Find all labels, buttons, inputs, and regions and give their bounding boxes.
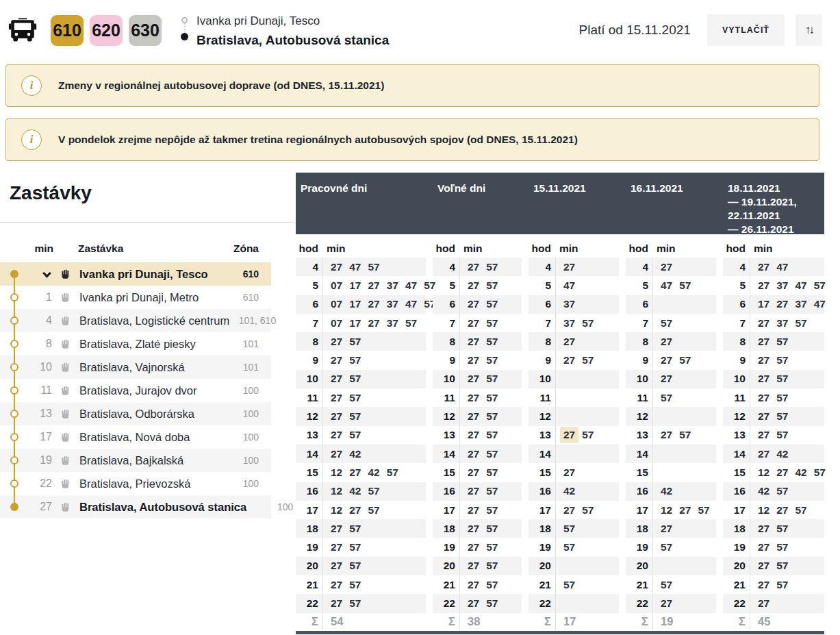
departure-time[interactable]: 27 — [776, 298, 788, 310]
departure-time[interactable]: 27 — [468, 279, 479, 292]
stop-row[interactable]: 17Bratislava, Nová doba100 — [0, 425, 271, 449]
departure-time[interactable]: 57 — [349, 579, 361, 591]
departure-time[interactable]: 47 — [776, 261, 788, 273]
departure-time[interactable]: 12 — [331, 504, 342, 516]
departure-time[interactable]: 12 — [331, 485, 342, 497]
departure-time[interactable]: 27 — [758, 448, 769, 460]
departure-time[interactable]: 57 — [486, 579, 498, 591]
departure-time[interactable]: 57 — [796, 504, 807, 516]
departure-time[interactable]: 27 — [758, 373, 769, 385]
departure-time[interactable]: 27 — [758, 429, 769, 441]
departure-time[interactable]: 57 — [349, 429, 361, 441]
departure-time[interactable]: 27 — [468, 298, 479, 310]
departure-time[interactable]: 27 — [758, 354, 769, 366]
departure-time[interactable]: 27 — [468, 504, 479, 516]
departure-time[interactable]: 27 — [468, 523, 479, 535]
departure-time[interactable]: 27 — [758, 560, 769, 572]
departure-time-highlighted[interactable]: 27 — [560, 427, 578, 443]
departure-time[interactable]: 27 — [468, 261, 479, 273]
departure-time[interactable]: 27 — [468, 429, 479, 441]
departure-time[interactable]: 42 — [796, 466, 807, 479]
departure-time[interactable]: 57 — [486, 560, 498, 572]
departure-time[interactable]: 27 — [468, 485, 479, 497]
departure-time[interactable]: 42 — [368, 466, 380, 479]
departure-time[interactable]: 42 — [776, 448, 788, 460]
departure-time[interactable]: 57 — [387, 466, 398, 479]
departure-time[interactable]: 57 — [776, 523, 788, 535]
print-button[interactable]: VYTLAČIŤ — [707, 14, 785, 46]
departure-time[interactable]: 27 — [331, 354, 342, 366]
departure-time[interactable]: 27 — [661, 261, 672, 273]
departure-time[interactable]: 27 — [679, 504, 691, 516]
stop-row[interactable]: 10Bratislava, Vajnorská101 — [0, 356, 271, 379]
departure-time[interactable]: 27 — [331, 336, 342, 348]
departure-time[interactable]: 57 — [486, 523, 498, 535]
departure-time[interactable]: 27 — [331, 373, 342, 385]
departure-time[interactable]: 57 — [486, 504, 498, 516]
departure-time[interactable]: 07 — [331, 298, 342, 310]
departure-time[interactable]: 27 — [331, 560, 342, 572]
departure-time[interactable]: 27 — [349, 466, 361, 479]
departure-time[interactable]: 47 — [405, 279, 417, 292]
departure-time[interactable]: 12 — [758, 466, 769, 479]
stop-name[interactable]: Bratislava, Nová doba — [78, 431, 212, 444]
departure-time[interactable]: 57 — [349, 560, 361, 572]
departure-time[interactable]: 27 — [468, 466, 479, 479]
departure-time[interactable]: 57 — [486, 373, 498, 385]
departure-time[interactable]: 57 — [486, 354, 498, 366]
stop-row[interactable]: 4Bratislava, Logistické centrum101, 610 — [0, 309, 271, 332]
departure-time[interactable]: 57 — [368, 485, 380, 497]
departure-time[interactable]: 17 — [758, 298, 769, 310]
departure-time[interactable]: 57 — [368, 261, 380, 273]
departure-time[interactable]: 57 — [661, 541, 672, 553]
departure-time[interactable]: 17 — [349, 298, 361, 310]
departure-time[interactable]: 42 — [563, 485, 575, 497]
departure-time[interactable]: 57 — [582, 504, 594, 516]
departure-time[interactable]: 17 — [349, 317, 361, 329]
stop-name[interactable]: Bratislava, Autobusová stanica — [78, 501, 246, 514]
departure-time[interactable]: 27 — [368, 279, 380, 292]
departure-time[interactable]: 27 — [758, 523, 769, 535]
route-badge-620[interactable]: 620 — [90, 15, 123, 46]
departure-time[interactable]: 57 — [486, 392, 498, 404]
departure-time[interactable]: 57 — [679, 354, 691, 366]
departure-time[interactable]: 57 — [349, 523, 361, 535]
stop-row[interactable]: 19Bratislava, Bajkalská100 — [0, 449, 271, 472]
departure-time[interactable]: 37 — [796, 298, 807, 310]
departure-time[interactable]: 57 — [776, 410, 788, 423]
stop-name[interactable]: Bratislava, Jurajov dvor — [78, 384, 212, 397]
departure-time[interactable]: 27 — [468, 336, 479, 348]
departure-time[interactable]: 57 — [349, 354, 361, 366]
stop-row[interactable]: 27Bratislava, Autobusová stanica100 — [0, 495, 271, 519]
departure-time[interactable]: 57 — [563, 541, 575, 553]
departure-time[interactable]: 57 — [776, 373, 788, 385]
departure-time[interactable]: 57 — [486, 317, 498, 329]
departure-time[interactable]: 57 — [698, 504, 710, 516]
departure-time[interactable]: 37 — [563, 317, 575, 329]
departure-time[interactable]: 27 — [331, 523, 342, 535]
departure-time[interactable]: 27 — [468, 392, 479, 404]
departure-time[interactable]: 27 — [468, 317, 479, 329]
departure-time[interactable]: 27 — [758, 579, 769, 591]
departure-time[interactable]: 27 — [776, 504, 788, 516]
departure-time[interactable]: 57 — [486, 485, 498, 497]
departure-time[interactable]: 27 — [368, 298, 380, 310]
departure-time[interactable]: 57 — [486, 261, 498, 273]
departure-time[interactable]: 57 — [814, 279, 826, 292]
departure-time[interactable]: 27 — [331, 541, 342, 553]
departure-time[interactable]: 27 — [661, 354, 672, 366]
departure-time[interactable]: 37 — [776, 279, 788, 292]
departure-time[interactable]: 37 — [387, 317, 398, 329]
stop-row[interactable]: 11Bratislava, Jurajov dvor100 — [0, 379, 271, 402]
notice-banner-1[interactable]: i Zmeny v regionálnej autobusovej doprav… — [5, 64, 819, 107]
departure-time[interactable]: 27 — [468, 541, 479, 553]
departure-time[interactable]: 47 — [796, 279, 807, 292]
departure-time[interactable]: 17 — [349, 279, 361, 292]
departure-time[interactable]: 57 — [486, 429, 498, 441]
departure-time[interactable]: 57 — [661, 317, 672, 329]
departure-time[interactable]: 27 — [563, 261, 575, 273]
stop-name[interactable]: Ivanka pri Dunaji, Metro — [78, 291, 212, 304]
departure-time[interactable]: 27 — [661, 373, 672, 385]
departure-time[interactable]: 27 — [468, 579, 479, 591]
departure-time[interactable]: 27 — [468, 448, 479, 460]
